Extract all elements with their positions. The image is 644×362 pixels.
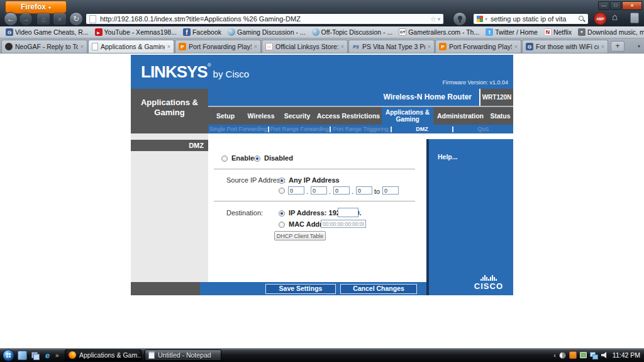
taskbar-task-firefox[interactable]: Applications & Gam... <box>65 349 142 361</box>
identity-keyhole-button[interactable] <box>453 12 467 26</box>
list-all-tabs-icon[interactable]: ▾ <box>638 43 644 49</box>
router-nav: SetupWirelessSecurityAccess Restrictions… <box>208 107 513 125</box>
router-subtab-5[interactable]: QoS <box>453 126 513 132</box>
internet-explorer-icon[interactable]: e <box>43 351 52 360</box>
router-tab-2[interactable]: Wireless <box>243 107 279 125</box>
bookmark-item[interactable]: NNetflix <box>541 28 575 36</box>
adblock-icon[interactable]: ABP <box>594 12 607 25</box>
bookmark-item[interactable]: ▼Download music, mov... <box>575 28 644 36</box>
google-search-engine-icon[interactable] <box>477 16 483 22</box>
volume-icon[interactable] <box>601 352 608 358</box>
clipboard-icon[interactable] <box>630 13 639 23</box>
bookmark-label: Netflix <box>553 28 572 36</box>
source-ip-octet-3[interactable] <box>333 186 350 195</box>
tray-app2-icon[interactable] <box>569 351 577 359</box>
tab-6[interactable]: PPort Forwarding PlayStati...× <box>435 40 521 53</box>
close-button[interactable]: × <box>622 1 642 10</box>
source-ip-octet-4[interactable] <box>356 186 372 195</box>
router-subtab-1[interactable]: Single Port Forwarding <box>208 126 268 132</box>
cisco-logo: CISCO <box>474 274 503 291</box>
model-bar: Wireless-N Home Router WRT120N <box>208 89 513 106</box>
tab-4[interactable]: :::Official Linksys Store: Buy...× <box>262 40 348 53</box>
router-subtab-2[interactable]: Port Range Forwarding <box>269 126 329 132</box>
tab-1[interactable]: NeoGAF - Reply to Topic× <box>1 40 87 53</box>
dmz-enabled-radio[interactable] <box>221 156 228 162</box>
network-icon[interactable] <box>590 352 598 359</box>
help-link[interactable]: Help... <box>438 153 458 161</box>
tab-close-icon[interactable]: × <box>428 43 431 50</box>
router-tab-5[interactable]: Applications & Gaming <box>382 107 433 125</box>
url-text[interactable]: http://192.168.0.1/index.stm?title=Appli… <box>100 15 429 23</box>
bookmark-label: Twitter / Home <box>495 28 538 36</box>
show-desktop-icon[interactable] <box>18 351 27 360</box>
home-button[interactable]: ⌂ <box>36 13 50 25</box>
dest-mac-input[interactable] <box>321 220 366 228</box>
tab-close-icon[interactable]: × <box>80 43 84 50</box>
firefox-menu-button[interactable]: Firefox▾ <box>5 1 67 14</box>
dest-ip-input[interactable] <box>338 208 358 217</box>
switch-windows-icon[interactable] <box>30 351 40 360</box>
dest-ip-radio[interactable] <box>279 210 285 217</box>
bookmark-item[interactable]: GTGametrailers.com - Th... <box>396 28 482 36</box>
bookmark-item[interactable]: tTwitter / Home <box>482 28 541 36</box>
cancel-changes-button[interactable]: Cancel Changes <box>340 284 417 294</box>
dest-mac-radio[interactable] <box>279 222 285 228</box>
save-settings-button[interactable]: Save Settings <box>265 284 336 294</box>
ip-range-radio[interactable] <box>279 188 285 194</box>
url-bar[interactable]: http://192.168.0.1/index.stm?title=Appli… <box>86 13 444 25</box>
router-tab-3[interactable]: Security <box>279 107 315 125</box>
maximize-button[interactable]: □ <box>610 1 621 10</box>
router-tab-6[interactable]: Administration <box>433 107 487 125</box>
tab-2[interactable]: Applications & Gaming-...× <box>88 40 174 53</box>
tab-close-icon[interactable]: × <box>514 43 518 50</box>
taskbar-task-notepad[interactable]: Untitled - Notepad <box>145 349 221 361</box>
any-ip-label: Any IP Address <box>289 176 340 184</box>
bookmark-item[interactable]: Gaming Discussion - ... <box>225 28 309 36</box>
router-subtab-4[interactable]: DMZ <box>392 126 452 132</box>
search-engine-dropdown-icon[interactable]: ▾ <box>485 16 487 22</box>
battery-icon[interactable] <box>580 352 587 358</box>
tray-expand-chevron[interactable]: ‹ <box>553 351 556 359</box>
tab-3[interactable]: PPort Forwarding PlayStati...× <box>175 40 261 53</box>
source-ip-octet-2[interactable] <box>311 186 327 195</box>
reload-button[interactable]: ↻ <box>69 12 83 26</box>
back-button[interactable]: ← <box>4 12 18 26</box>
bookmark-item[interactable]: GVideo Game Cheats, R... <box>3 28 92 36</box>
globe-icon <box>228 28 235 36</box>
dhcp-client-table-button[interactable]: DHCP Client Table <box>274 231 326 240</box>
search-icon[interactable] <box>578 15 586 23</box>
bookmark-item[interactable]: ▶YouTube - Xemnas198... <box>92 28 180 36</box>
source-ip-octet-1[interactable] <box>288 186 304 195</box>
dmz-disabled-radio[interactable] <box>254 156 260 162</box>
tab-close-icon[interactable]: × <box>254 43 257 50</box>
search-input[interactable]: setting up static ip of vita <box>491 15 578 23</box>
tab-7[interactable]: GFor those with WiFi conn...× <box>522 40 608 53</box>
tray-app-icon[interactable] <box>559 352 566 359</box>
source-ip-range-end[interactable] <box>382 186 399 195</box>
router-tab-1[interactable]: Setup <box>208 107 243 125</box>
url-dropdown-icon[interactable]: ▾ <box>438 16 440 22</box>
router-tab-4[interactable]: Access Restrictions <box>315 107 382 125</box>
bookmark-item[interactable]: Off-Topic Discussion - ... <box>309 28 396 36</box>
tab-close-icon[interactable]: × <box>601 43 604 50</box>
search-bar[interactable]: ▾ setting up static ip of vita <box>473 13 589 25</box>
any-ip-radio[interactable] <box>279 178 285 184</box>
bookmark-star-icon[interactable]: ☆ <box>430 15 436 23</box>
stop-button[interactable]: × <box>53 13 67 25</box>
firmware-version: Firmware Version: v1.0.04 <box>442 79 508 86</box>
minimize-button[interactable]: — <box>598 1 609 10</box>
firefox-icon <box>69 351 76 359</box>
tab-5[interactable]: PSPS Vita Nat Type 3 Proble...× <box>348 40 435 53</box>
cisco-text: CISCO <box>474 281 503 291</box>
router-tab-7[interactable]: Status <box>487 107 513 125</box>
start-button[interactable] <box>3 349 14 361</box>
router-subtab-3[interactable]: Port Range Triggering <box>331 126 391 132</box>
bookmark-item[interactable]: fFacebook <box>180 28 225 36</box>
tab-close-icon[interactable]: × <box>167 43 170 50</box>
tab-close-icon[interactable]: × <box>341 43 344 50</box>
browser-home-icon[interactable]: ⌂ <box>612 11 618 22</box>
new-tab-button[interactable]: + <box>611 41 625 52</box>
forward-button[interactable]: → <box>19 12 33 26</box>
quicklaunch-overflow-chevron[interactable]: » <box>55 352 62 359</box>
clock[interactable]: 11:42 PM <box>613 351 640 359</box>
